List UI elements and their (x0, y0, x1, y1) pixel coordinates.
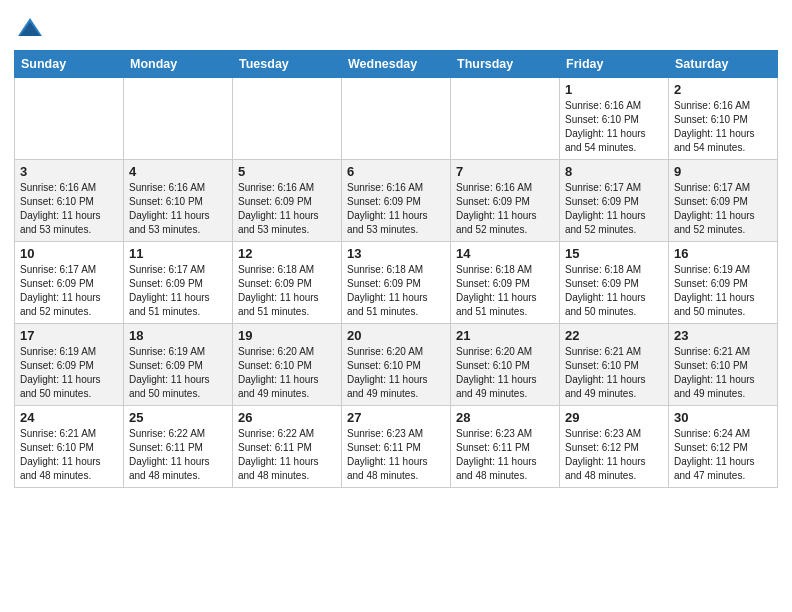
day-info: Sunrise: 6:18 AMSunset: 6:09 PMDaylight:… (456, 263, 554, 319)
calendar-cell: 14Sunrise: 6:18 AMSunset: 6:09 PMDayligh… (451, 242, 560, 324)
day-number: 13 (347, 246, 445, 261)
calendar-cell: 25Sunrise: 6:22 AMSunset: 6:11 PMDayligh… (124, 406, 233, 488)
day-number: 24 (20, 410, 118, 425)
calendar-cell: 28Sunrise: 6:23 AMSunset: 6:11 PMDayligh… (451, 406, 560, 488)
day-number: 16 (674, 246, 772, 261)
logo-icon (16, 14, 44, 42)
day-number: 25 (129, 410, 227, 425)
day-info: Sunrise: 6:22 AMSunset: 6:11 PMDaylight:… (129, 427, 227, 483)
day-number: 23 (674, 328, 772, 343)
calendar-week-row: 17Sunrise: 6:19 AMSunset: 6:09 PMDayligh… (15, 324, 778, 406)
day-info: Sunrise: 6:16 AMSunset: 6:10 PMDaylight:… (129, 181, 227, 237)
calendar-cell: 10Sunrise: 6:17 AMSunset: 6:09 PMDayligh… (15, 242, 124, 324)
calendar-cell (233, 78, 342, 160)
calendar-page: SundayMondayTuesdayWednesdayThursdayFrid… (0, 0, 792, 502)
calendar-cell: 5Sunrise: 6:16 AMSunset: 6:09 PMDaylight… (233, 160, 342, 242)
day-info: Sunrise: 6:16 AMSunset: 6:10 PMDaylight:… (565, 99, 663, 155)
calendar-cell: 4Sunrise: 6:16 AMSunset: 6:10 PMDaylight… (124, 160, 233, 242)
day-number: 12 (238, 246, 336, 261)
day-info: Sunrise: 6:21 AMSunset: 6:10 PMDaylight:… (565, 345, 663, 401)
day-number: 21 (456, 328, 554, 343)
day-number: 2 (674, 82, 772, 97)
day-number: 6 (347, 164, 445, 179)
calendar-week-row: 3Sunrise: 6:16 AMSunset: 6:10 PMDaylight… (15, 160, 778, 242)
day-info: Sunrise: 6:20 AMSunset: 6:10 PMDaylight:… (456, 345, 554, 401)
day-info: Sunrise: 6:21 AMSunset: 6:10 PMDaylight:… (674, 345, 772, 401)
calendar-cell: 2Sunrise: 6:16 AMSunset: 6:10 PMDaylight… (669, 78, 778, 160)
calendar-cell: 9Sunrise: 6:17 AMSunset: 6:09 PMDaylight… (669, 160, 778, 242)
calendar-cell: 13Sunrise: 6:18 AMSunset: 6:09 PMDayligh… (342, 242, 451, 324)
calendar-week-row: 1Sunrise: 6:16 AMSunset: 6:10 PMDaylight… (15, 78, 778, 160)
day-number: 28 (456, 410, 554, 425)
calendar-cell: 7Sunrise: 6:16 AMSunset: 6:09 PMDaylight… (451, 160, 560, 242)
day-number: 1 (565, 82, 663, 97)
day-info: Sunrise: 6:22 AMSunset: 6:11 PMDaylight:… (238, 427, 336, 483)
weekday-header-friday: Friday (560, 51, 669, 78)
day-info: Sunrise: 6:18 AMSunset: 6:09 PMDaylight:… (238, 263, 336, 319)
weekday-header-row: SundayMondayTuesdayWednesdayThursdayFrid… (15, 51, 778, 78)
day-info: Sunrise: 6:17 AMSunset: 6:09 PMDaylight:… (565, 181, 663, 237)
day-number: 8 (565, 164, 663, 179)
day-number: 11 (129, 246, 227, 261)
calendar-cell (342, 78, 451, 160)
day-number: 22 (565, 328, 663, 343)
day-info: Sunrise: 6:23 AMSunset: 6:11 PMDaylight:… (456, 427, 554, 483)
calendar-cell: 11Sunrise: 6:17 AMSunset: 6:09 PMDayligh… (124, 242, 233, 324)
calendar-cell: 16Sunrise: 6:19 AMSunset: 6:09 PMDayligh… (669, 242, 778, 324)
calendar-cell: 18Sunrise: 6:19 AMSunset: 6:09 PMDayligh… (124, 324, 233, 406)
day-number: 29 (565, 410, 663, 425)
weekday-header-sunday: Sunday (15, 51, 124, 78)
calendar-cell: 21Sunrise: 6:20 AMSunset: 6:10 PMDayligh… (451, 324, 560, 406)
day-number: 7 (456, 164, 554, 179)
day-number: 4 (129, 164, 227, 179)
logo-area (14, 10, 44, 42)
day-number: 3 (20, 164, 118, 179)
day-number: 30 (674, 410, 772, 425)
calendar-cell: 1Sunrise: 6:16 AMSunset: 6:10 PMDaylight… (560, 78, 669, 160)
calendar-table: SundayMondayTuesdayWednesdayThursdayFrid… (14, 50, 778, 488)
weekday-header-monday: Monday (124, 51, 233, 78)
calendar-cell: 19Sunrise: 6:20 AMSunset: 6:10 PMDayligh… (233, 324, 342, 406)
calendar-cell: 6Sunrise: 6:16 AMSunset: 6:09 PMDaylight… (342, 160, 451, 242)
weekday-header-tuesday: Tuesday (233, 51, 342, 78)
weekday-header-wednesday: Wednesday (342, 51, 451, 78)
day-info: Sunrise: 6:19 AMSunset: 6:09 PMDaylight:… (674, 263, 772, 319)
weekday-header-thursday: Thursday (451, 51, 560, 78)
day-info: Sunrise: 6:16 AMSunset: 6:09 PMDaylight:… (456, 181, 554, 237)
day-info: Sunrise: 6:21 AMSunset: 6:10 PMDaylight:… (20, 427, 118, 483)
calendar-cell: 29Sunrise: 6:23 AMSunset: 6:12 PMDayligh… (560, 406, 669, 488)
calendar-cell: 20Sunrise: 6:20 AMSunset: 6:10 PMDayligh… (342, 324, 451, 406)
day-number: 17 (20, 328, 118, 343)
calendar-cell: 24Sunrise: 6:21 AMSunset: 6:10 PMDayligh… (15, 406, 124, 488)
day-info: Sunrise: 6:23 AMSunset: 6:11 PMDaylight:… (347, 427, 445, 483)
day-number: 19 (238, 328, 336, 343)
day-info: Sunrise: 6:17 AMSunset: 6:09 PMDaylight:… (674, 181, 772, 237)
calendar-cell: 15Sunrise: 6:18 AMSunset: 6:09 PMDayligh… (560, 242, 669, 324)
day-info: Sunrise: 6:20 AMSunset: 6:10 PMDaylight:… (347, 345, 445, 401)
calendar-cell (451, 78, 560, 160)
day-info: Sunrise: 6:16 AMSunset: 6:10 PMDaylight:… (20, 181, 118, 237)
day-number: 9 (674, 164, 772, 179)
calendar-week-row: 24Sunrise: 6:21 AMSunset: 6:10 PMDayligh… (15, 406, 778, 488)
day-info: Sunrise: 6:24 AMSunset: 6:12 PMDaylight:… (674, 427, 772, 483)
day-number: 18 (129, 328, 227, 343)
day-info: Sunrise: 6:18 AMSunset: 6:09 PMDaylight:… (565, 263, 663, 319)
calendar-cell (15, 78, 124, 160)
day-info: Sunrise: 6:17 AMSunset: 6:09 PMDaylight:… (129, 263, 227, 319)
day-info: Sunrise: 6:18 AMSunset: 6:09 PMDaylight:… (347, 263, 445, 319)
day-number: 15 (565, 246, 663, 261)
day-info: Sunrise: 6:23 AMSunset: 6:12 PMDaylight:… (565, 427, 663, 483)
day-info: Sunrise: 6:19 AMSunset: 6:09 PMDaylight:… (20, 345, 118, 401)
calendar-cell: 8Sunrise: 6:17 AMSunset: 6:09 PMDaylight… (560, 160, 669, 242)
calendar-cell: 30Sunrise: 6:24 AMSunset: 6:12 PMDayligh… (669, 406, 778, 488)
day-number: 26 (238, 410, 336, 425)
day-number: 20 (347, 328, 445, 343)
weekday-header-saturday: Saturday (669, 51, 778, 78)
day-number: 14 (456, 246, 554, 261)
day-number: 10 (20, 246, 118, 261)
day-number: 27 (347, 410, 445, 425)
calendar-cell (124, 78, 233, 160)
day-info: Sunrise: 6:17 AMSunset: 6:09 PMDaylight:… (20, 263, 118, 319)
calendar-cell: 12Sunrise: 6:18 AMSunset: 6:09 PMDayligh… (233, 242, 342, 324)
header (14, 10, 778, 42)
